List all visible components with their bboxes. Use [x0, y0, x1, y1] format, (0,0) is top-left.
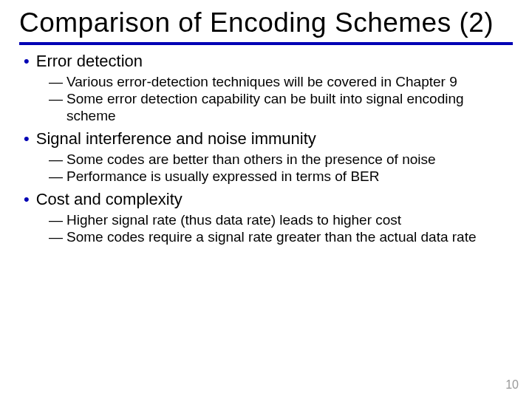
sub-item: — Some error detection capability can be…	[49, 90, 505, 124]
bullet-label: Cost and complexity	[36, 189, 183, 210]
bullet-icon: •	[24, 51, 30, 72]
list-item: • Error detection — Various error-detect…	[24, 51, 513, 124]
sub-list: — Various error-detection techniques wil…	[24, 73, 513, 125]
list-item: • Cost and complexity — Higher signal ra…	[24, 189, 513, 245]
bullet-icon: •	[24, 129, 30, 149]
dash-icon: —	[49, 90, 63, 107]
sub-item: — Various error-detection techniques wil…	[49, 73, 505, 90]
bullet-label: Signal interference and noise immunity	[36, 129, 316, 149]
sub-row: — Some error detection capability can be…	[49, 90, 505, 124]
title-rule	[19, 42, 513, 45]
sub-row: — Some codes require a signal rate great…	[49, 228, 505, 245]
sub-label: Performance is usually expressed in term…	[66, 168, 379, 185]
sub-list: — Higher signal rate (thus data rate) le…	[24, 211, 513, 245]
sub-label: Some codes are better than others in the…	[66, 151, 436, 168]
slide-title: Comparison of Encoding Schemes (2)	[19, 7, 513, 38]
list-item: • Signal interference and noise immunity…	[24, 129, 513, 185]
sub-item: — Higher signal rate (thus data rate) le…	[49, 211, 505, 228]
sub-item: — Some codes require a signal rate great…	[49, 228, 505, 245]
sub-row: — Higher signal rate (thus data rate) le…	[49, 211, 505, 228]
sub-row: — Performance is usually expressed in te…	[49, 168, 505, 185]
bullet-list: • Error detection — Various error-detect…	[19, 51, 513, 245]
dash-icon: —	[49, 151, 63, 168]
bullet-row: • Signal interference and noise immunity	[24, 129, 513, 149]
bullet-icon: •	[24, 189, 30, 210]
bullet-row: • Error detection	[24, 51, 513, 72]
dash-icon: —	[49, 168, 63, 185]
dash-icon: —	[49, 228, 63, 245]
sub-label: Some codes require a signal rate greater…	[66, 228, 477, 245]
sub-row: — Some codes are better than others in t…	[49, 151, 505, 168]
bullet-label: Error detection	[36, 51, 143, 72]
sub-list: — Some codes are better than others in t…	[24, 151, 513, 185]
slide: Comparison of Encoding Schemes (2) • Err…	[0, 0, 532, 399]
sub-label: Various error-detection techniques will …	[66, 73, 457, 90]
sub-item: — Performance is usually expressed in te…	[49, 168, 505, 185]
dash-icon: —	[49, 211, 63, 228]
sub-row: — Various error-detection techniques wil…	[49, 73, 505, 90]
bullet-row: • Cost and complexity	[24, 189, 513, 210]
dash-icon: —	[49, 73, 63, 90]
sub-label: Higher signal rate (thus data rate) lead…	[66, 211, 401, 228]
sub-item: — Some codes are better than others in t…	[49, 151, 505, 168]
page-number: 10	[505, 378, 519, 392]
sub-label: Some error detection capability can be b…	[66, 90, 505, 124]
